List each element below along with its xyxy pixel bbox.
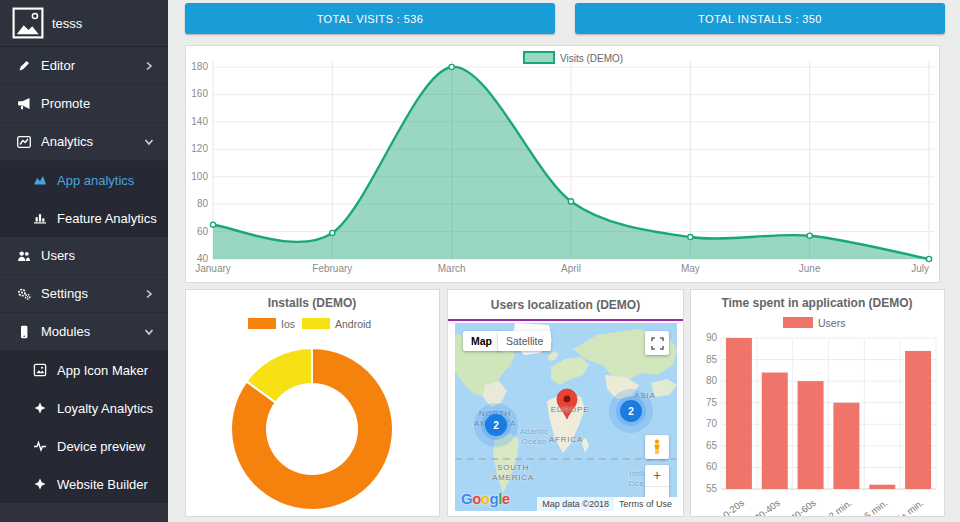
analytics-submenu: App analytics Feature Analytics	[0, 161, 168, 237]
svg-text:80: 80	[706, 375, 718, 386]
sidebar-item-label: Users	[41, 248, 75, 263]
svg-text:January: January	[195, 263, 231, 274]
time-spent-bar-chart[interactable]: Time spent in application (DEMO)Users556…	[691, 290, 944, 516]
terms-of-use-link[interactable]: Terms of Use	[614, 497, 677, 511]
sidebar-item-promote[interactable]: Promote	[0, 85, 168, 123]
gears-icon	[17, 287, 31, 301]
sidebar-item-users[interactable]: Users	[0, 237, 168, 275]
total-visits-banner: TOTAL VISITS : 536	[185, 3, 555, 34]
svg-text:160: 160	[191, 88, 208, 99]
sidebar-item-app-icon-maker[interactable]: App Icon Maker	[0, 351, 168, 389]
svg-text:140: 140	[191, 116, 208, 127]
installs-donut-chart[interactable]: Installs (DEMO)IosAndroid	[186, 290, 439, 516]
chevron-down-icon	[142, 135, 156, 149]
image-logo-icon	[12, 7, 44, 39]
svg-text:May: May	[681, 263, 700, 274]
sidebar-item-label: Loyalty Analytics	[57, 401, 153, 416]
sidebar-item-label: Editor	[41, 58, 75, 73]
svg-text:Time spent in application (DEM: Time spent in application (DEMO)	[721, 296, 912, 310]
sidebar-item-device-preview[interactable]: Device preview	[0, 427, 168, 465]
google-logo[interactable]: Google	[461, 490, 510, 507]
chevron-right-icon	[142, 287, 156, 301]
svg-text:40-60s: 40-60s	[788, 497, 818, 516]
map-attribution: Map data ©2018 Terms of Use	[537, 497, 677, 511]
cluster-count: 2	[485, 414, 507, 436]
map-panel-title: Users localization (DEMO)	[448, 290, 683, 312]
chevron-right-icon	[142, 59, 156, 73]
svg-text:60: 60	[706, 461, 718, 472]
sidebar-item-website-builder[interactable]: Website Builder	[0, 465, 168, 503]
sidebar-item-analytics[interactable]: Analytics	[0, 123, 168, 161]
map-label-south-america: SOUTH AMERICA	[481, 463, 545, 483]
fullscreen-button[interactable]	[645, 331, 669, 355]
sidebar-item-app-analytics[interactable]: App analytics	[0, 161, 168, 199]
map-view-button[interactable]: Map	[463, 331, 500, 351]
sidebar-item-label: Device preview	[57, 439, 145, 454]
sidebar-item-settings[interactable]: Settings	[0, 275, 168, 313]
svg-text:Visits (DEMO): Visits (DEMO)	[560, 53, 623, 64]
total-installs-banner: TOTAL INSTALLS : 350	[575, 3, 945, 34]
brand-name: tesss	[52, 16, 82, 31]
sidebar-item-label: App Icon Maker	[57, 363, 148, 378]
visits-area-chart[interactable]: 406080100120140160180JanuaryFebruaryMarc…	[186, 46, 939, 282]
sidebar-item-label: Promote	[41, 96, 90, 111]
sidebar-item-modules[interactable]: Modules	[0, 313, 168, 351]
pinwheel-icon	[33, 401, 47, 415]
app-logo[interactable]: tesss	[0, 0, 168, 47]
sidebar-item-editor[interactable]: Editor	[0, 47, 168, 85]
svg-text:February: February	[312, 263, 352, 274]
pegman-icon	[651, 439, 663, 455]
sidebar-item-loyalty-analytics[interactable]: Loyalty Analytics	[0, 389, 168, 427]
sidebar-item-label: Settings	[41, 286, 88, 301]
svg-text:75: 75	[706, 397, 718, 408]
image-frame-icon	[33, 363, 47, 377]
svg-text:20-40s: 20-40s	[752, 497, 782, 516]
google-map[interactable]: NORTH AMERICA SOUTH AMERICA EUROPE AFRIC…	[455, 323, 677, 511]
line-chart-icon	[17, 135, 31, 149]
svg-text:85: 85	[706, 354, 718, 365]
fullscreen-icon	[651, 337, 664, 350]
sidebar-item-label: App analytics	[57, 173, 134, 188]
users-localization-panel: Users localization (DEMO)	[447, 289, 684, 517]
sidebar: tesss Editor Promote Analytics App analy…	[0, 0, 168, 522]
pinwheel-icon	[33, 477, 47, 491]
heartbeat-icon	[33, 439, 47, 453]
users-icon	[17, 249, 31, 263]
svg-text:Installs (DEMO): Installs (DEMO)	[268, 296, 357, 310]
installs-chart-panel: Installs (DEMO)IosAndroid	[185, 289, 440, 517]
bar-chart-icon	[33, 211, 47, 225]
svg-text:1-2 min.: 1-2 min.	[820, 497, 854, 516]
svg-text:Ios: Ios	[281, 318, 295, 330]
satellite-view-button[interactable]: Satellite	[498, 331, 551, 351]
user-cluster-north-america[interactable]: 2	[474, 403, 518, 447]
time-spent-panel: Time spent in application (DEMO)Users556…	[690, 289, 945, 517]
svg-text:0-20s: 0-20s	[721, 497, 747, 516]
svg-text:120: 120	[191, 143, 208, 154]
title-underline	[448, 319, 683, 321]
mobile-icon	[17, 325, 31, 339]
area-chart-icon	[33, 173, 47, 187]
megaphone-icon	[17, 97, 31, 111]
cluster-count: 2	[620, 400, 642, 422]
sidebar-item-label: Website Builder	[57, 477, 148, 492]
map-data-copyright: Map data ©2018	[537, 497, 614, 511]
svg-text:Users: Users	[818, 317, 845, 329]
svg-text:60: 60	[197, 226, 209, 237]
modules-submenu: App Icon Maker Loyalty Analytics Device …	[0, 351, 168, 503]
zoom-in-button[interactable]: +	[645, 465, 669, 487]
svg-text:55: 55	[706, 483, 718, 494]
sidebar-item-feature-analytics[interactable]: Feature Analytics	[0, 199, 168, 237]
street-view-pegman-button[interactable]	[645, 435, 669, 459]
user-cluster-asia[interactable]: 2	[609, 389, 653, 433]
visits-chart-panel: 406080100120140160180JanuaryFebruaryMarc…	[185, 45, 940, 283]
svg-text:180: 180	[191, 61, 208, 72]
sidebar-item-label: Analytics	[41, 134, 93, 149]
pencil-icon	[17, 59, 31, 73]
svg-text:5+ min.: 5+ min.	[894, 497, 926, 516]
svg-text:90: 90	[706, 332, 718, 343]
sidebar-item-label: Modules	[41, 324, 90, 339]
svg-text:June: June	[799, 263, 821, 274]
svg-text:100: 100	[191, 171, 208, 182]
svg-text:80: 80	[197, 198, 209, 209]
main-content: TOTAL VISITS : 536 TOTAL INSTALLS : 350 …	[168, 0, 960, 522]
